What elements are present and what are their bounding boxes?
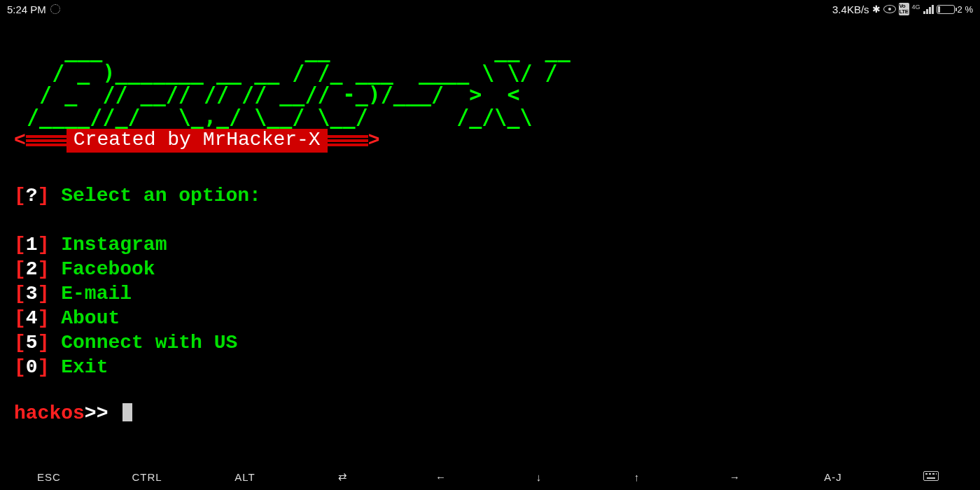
ascii-banner: ___ __ __ __ / _ )_______ __ __ / /_ ___…: [14, 39, 966, 127]
key-down[interactable]: ↓: [490, 471, 588, 483]
sync-spinner-icon: [50, 4, 60, 14]
menu: [?] Select an option: [1] Instagram [2] …: [14, 183, 966, 379]
network-type-label: 4G: [912, 4, 920, 10]
prompt-symbol: >>: [85, 402, 120, 424]
key-alt[interactable]: ALT: [196, 471, 294, 483]
battery-icon: [937, 5, 955, 14]
key-keyboard-toggle[interactable]: [882, 471, 980, 483]
volte-icon: VoLTE: [899, 3, 909, 15]
android-status-bar: 5:24 PM 3.4KB/s ✱ VoLTE 4G 2 %: [0, 0, 980, 18]
credit-banner: < Created by MrHacker-X >: [14, 129, 966, 153]
bluetooth-icon: ✱: [872, 4, 881, 15]
signal-bars-icon: [923, 5, 934, 14]
key-tab[interactable]: ⇄: [294, 470, 392, 483]
menu-item-exit[interactable]: [0] Exit: [14, 355, 966, 379]
termux-extra-keys: ESC CTRL ALT ⇄ ← ↓ ↑ → A-J: [0, 466, 980, 487]
menu-item-about[interactable]: [4] About: [14, 306, 966, 330]
eye-comfort-icon: [883, 5, 896, 13]
key-up[interactable]: ↑: [588, 471, 686, 483]
battery-percent: 2 %: [958, 4, 973, 15]
keyboard-icon: [923, 471, 939, 481]
menu-item-instagram[interactable]: [1] Instagram: [14, 232, 966, 257]
key-aj[interactable]: A-J: [784, 471, 882, 483]
credit-line-left: [26, 139, 66, 142]
menu-item-connect[interactable]: [5] Connect with US: [14, 330, 966, 355]
clock-time: 5:24 PM: [7, 4, 46, 15]
key-esc[interactable]: ESC: [0, 471, 98, 483]
network-speed: 3.4KB/s: [832, 4, 869, 15]
cursor-icon: [122, 403, 132, 421]
shell-prompt[interactable]: hackos>>: [14, 403, 966, 424]
prompt-user: hackos: [14, 402, 85, 424]
credit-label: Created by MrHacker-X: [66, 129, 328, 153]
key-ctrl[interactable]: CTRL: [98, 471, 196, 483]
credit-left-arrow: <: [14, 131, 26, 150]
credit-line-right: [328, 139, 368, 142]
menu-prompt: [?] Select an option:: [14, 183, 966, 208]
terminal-area[interactable]: ___ __ __ __ / _ )_______ __ __ / /_ ___…: [0, 18, 980, 424]
key-right[interactable]: →: [686, 471, 784, 483]
menu-item-facebook[interactable]: [2] Facebook: [14, 257, 966, 281]
key-left[interactable]: ←: [392, 471, 490, 483]
credit-right-arrow: >: [368, 131, 380, 150]
menu-item-email[interactable]: [3] E-mail: [14, 281, 966, 306]
